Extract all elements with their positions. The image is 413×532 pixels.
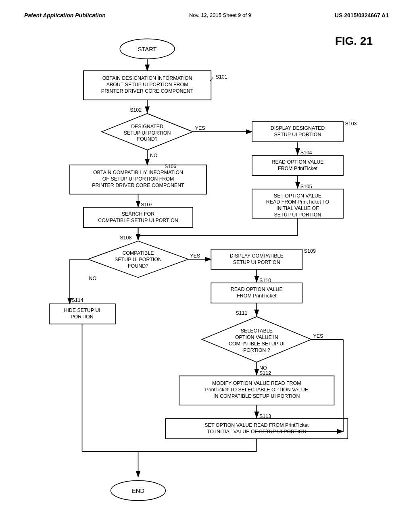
svg-text:OF SETUP UI PORTION FROM: OF SETUP UI PORTION FROM [102, 176, 174, 182]
svg-text:PORTION ?: PORTION ? [243, 347, 270, 353]
svg-text:FOUND?: FOUND? [137, 136, 158, 142]
svg-text:SETUP UI PORTION: SETUP UI PORTION [274, 132, 321, 137]
svg-text:FROM PrintTicket: FROM PrintTicket [237, 293, 277, 299]
svg-text:NO: NO [150, 153, 158, 158]
svg-text:TO INITIAL VALUE OF SETUP UI P: TO INITIAL VALUE OF SETUP UI PORTION [207, 429, 306, 434]
svg-text:YES: YES [313, 333, 323, 339]
svg-text:DESIGNATED: DESIGNATED [131, 124, 163, 129]
diagram-area: FIG. 21 START OBTAIN DESIGNATION INFORMA… [0, 23, 413, 532]
header: Patent Application Publication Nov. 12, … [0, 0, 413, 23]
svg-text:S109: S109 [304, 248, 316, 254]
svg-text:READ FROM PrintTicket TO: READ FROM PrintTicket TO [266, 199, 330, 205]
header-right: US 2015/0324667 A1 [335, 12, 389, 19]
svg-text:S110: S110 [259, 278, 271, 283]
header-center: Nov. 12, 2015 Sheet 9 of 9 [189, 12, 251, 18]
svg-text:S113: S113 [259, 414, 271, 419]
svg-text:INITIAL VALUE OF: INITIAL VALUE OF [276, 206, 319, 211]
svg-text:SEARCH FOR: SEARCH FOR [122, 211, 154, 217]
svg-text:SET OPTION VALUE READ FROM Pri: SET OPTION VALUE READ FROM PrintTicket [204, 422, 309, 428]
svg-text:SETUP UI PORTION: SETUP UI PORTION [124, 130, 171, 136]
page: Patent Application Publication Nov. 12, … [0, 0, 413, 532]
svg-text:SELECTABLE: SELECTABLE [241, 328, 273, 334]
svg-text:YES: YES [195, 125, 205, 131]
svg-text:SET OPTION VALUE: SET OPTION VALUE [274, 193, 321, 199]
svg-text:START: START [138, 46, 157, 52]
svg-text:S102: S102 [130, 107, 142, 113]
svg-text:S114: S114 [72, 297, 83, 303]
svg-line-9 [210, 77, 213, 81]
svg-text:OBTAIN COMPATIBILIY INFORMATIO: OBTAIN COMPATIBILIY INFORMATION [93, 170, 183, 175]
svg-text:SETUP UI PORTION: SETUP UI PORTION [274, 212, 321, 218]
svg-text:OPTION VALUE IN: OPTION VALUE IN [235, 335, 278, 340]
svg-text:DISPLAY COMPATIBLE: DISPLAY COMPATIBLE [230, 253, 284, 259]
svg-text:SETUP UI PORTION: SETUP UI PORTION [233, 260, 280, 265]
svg-text:PRINTER DRIVER CORE COMPONENT: PRINTER DRIVER CORE COMPONENT [101, 88, 194, 94]
svg-text:NO: NO [89, 276, 96, 281]
svg-text:S105: S105 [300, 184, 312, 189]
svg-text:S103: S103 [345, 121, 357, 127]
svg-text:S108: S108 [120, 235, 131, 241]
svg-text:OBTAIN DESIGNATION INFORMATION: OBTAIN DESIGNATION INFORMATION [102, 75, 192, 81]
svg-text:FROM PrintTicket: FROM PrintTicket [278, 166, 318, 171]
svg-text:COMPATIBLE SETUP UI: COMPATIBLE SETUP UI [229, 341, 285, 347]
figure-label: FIG. 21 [335, 35, 373, 48]
svg-text:S101: S101 [216, 74, 227, 80]
svg-text:S106: S106 [165, 164, 176, 169]
svg-text:ABOUT SETUP UI PORTION FROM: ABOUT SETUP UI PORTION FROM [106, 82, 188, 87]
svg-text:PRINTER DRIVER CORE COMPONENT: PRINTER DRIVER CORE COMPONENT [92, 183, 184, 188]
svg-text:S111: S111 [236, 310, 247, 316]
svg-text:END: END [132, 488, 144, 494]
svg-text:S107: S107 [141, 202, 152, 208]
svg-text:S104: S104 [300, 150, 312, 156]
svg-text:HIDE SETUP UI: HIDE SETUP UI [64, 308, 100, 313]
svg-text:DISPLAY DESIGNATED: DISPLAY DESIGNATED [271, 125, 325, 131]
svg-text:IN COMPATIBLE SETUP UI PORTION: IN COMPATIBLE SETUP UI PORTION [213, 393, 300, 399]
svg-text:MODIFY OPTION VALUE READ FROM: MODIFY OPTION VALUE READ FROM [212, 380, 301, 386]
svg-text:PORTION: PORTION [71, 314, 93, 320]
svg-text:READ OPTION VALUE: READ OPTION VALUE [272, 159, 324, 165]
svg-text:COMPATIBLE SETUP UI PORTION: COMPATIBLE SETUP UI PORTION [98, 218, 178, 223]
header-left: Patent Application Publication [24, 12, 106, 19]
svg-text:READ OPTION VALUE: READ OPTION VALUE [231, 287, 283, 292]
svg-text:COMPATIBLE: COMPATIBLE [122, 250, 154, 256]
svg-text:S112: S112 [259, 370, 271, 376]
flowchart-svg: START OBTAIN DESIGNATION INFORMATION ABO… [24, 31, 389, 532]
svg-text:YES: YES [190, 253, 200, 259]
svg-text:NO: NO [259, 365, 267, 371]
svg-text:SETUP UI PORTION: SETUP UI PORTION [115, 257, 162, 262]
svg-text:FOUND?: FOUND? [128, 263, 148, 269]
svg-text:PrintTicket TO SELECTABLE OPTI: PrintTicket TO SELECTABLE OPTION VALUE [205, 387, 308, 393]
